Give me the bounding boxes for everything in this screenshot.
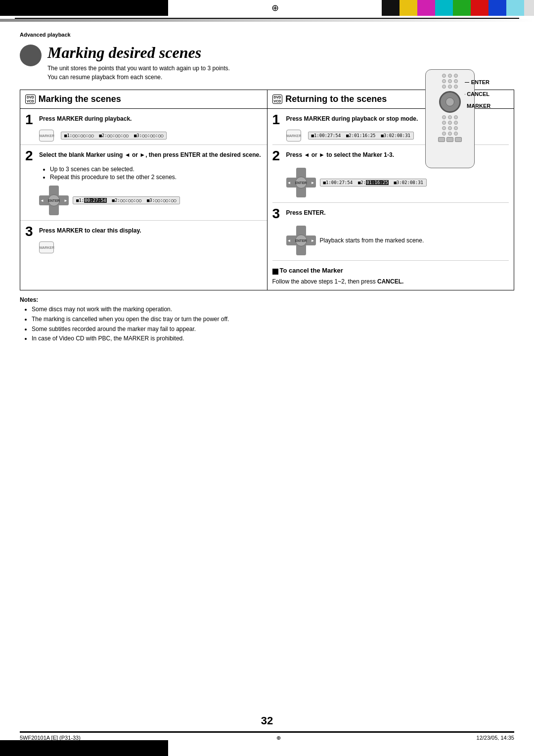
color-yellow — [400, 0, 417, 16]
color-cyan — [435, 0, 453, 16]
remote-dots-row6 — [442, 126, 458, 130]
dpad-ret-step3: ◄ ► ENTER — [286, 226, 316, 255]
ret-step1-number: 1 — [272, 113, 282, 127]
black-square-icon — [272, 269, 278, 275]
step1-number: 1 — [25, 113, 35, 127]
remote-labels: ENTER CANCEL MARKER — [465, 79, 490, 109]
dpad-center3: ENTER — [295, 235, 307, 246]
remote-dot — [448, 79, 452, 83]
marking-title: Marking the scenes — [39, 94, 121, 104]
dpad-center2: ENTER — [295, 177, 307, 189]
remote-label-cancel: CANCEL — [465, 91, 490, 97]
ret-step3-instruction: Press ENTER. — [286, 207, 326, 217]
main-content: Advanced playback Marking desired scenes… — [20, 23, 514, 349]
remote-btn-row — [438, 137, 462, 142]
step3-number-row: 3 Press MARKER to clear this display. — [25, 225, 262, 238]
bottom-bar — [0, 740, 534, 756]
step1-instruction: Press MARKER during playback. — [39, 113, 132, 123]
step3-number: 3 — [25, 225, 35, 238]
ret-step3-content: ◄ ► ENTER Playback starts from the marke… — [286, 224, 509, 257]
step2-bullets: Up to 3 scenes can be selected. Repeat t… — [44, 166, 262, 181]
dpad-left3: ◄ — [287, 238, 291, 243]
ret-step2-number: 2 — [272, 149, 282, 163]
ret-step3-number: 3 — [272, 207, 282, 221]
notes-list: Some discs may not work with the marking… — [25, 305, 514, 343]
page-number: 32 — [20, 714, 514, 727]
remote-dot — [454, 85, 458, 89]
remote-dot — [454, 115, 458, 119]
section-header: Advanced playback — [20, 32, 514, 38]
step2-content: Up to 3 scenes can be selected. Repeat t… — [39, 166, 262, 217]
dvd-vcd-badge-left: DVD VCD — [25, 94, 36, 104]
remote-dots-row4 — [442, 115, 458, 119]
color-green — [453, 0, 471, 16]
top-bar-white: ⊕ — [168, 0, 382, 16]
main-title: Marking desired scenes — [47, 44, 514, 62]
crosshair-top-icon: ⊕ — [271, 2, 279, 13]
remote-dot — [448, 126, 452, 130]
remote-dot — [454, 126, 458, 130]
notes-title: Notes: — [20, 296, 514, 303]
remote-btn-sm — [438, 137, 445, 142]
dpad-left-arrow: ◄ — [40, 198, 44, 203]
remote-enter-inner — [445, 97, 454, 106]
top-bar: ⊕ — [0, 0, 534, 16]
remote-dots-row3 — [442, 85, 458, 89]
marking-step2: 2 Select the blank Marker using ◄ or ►, … — [20, 145, 267, 221]
col-marking-header: DVD VCD Marking the scenes — [20, 90, 267, 109]
step1-display: ■1:○○:○○:○○ ■2:○○:○○:○○ ■3:○○:○○:○○ — [61, 132, 167, 140]
remote-dot — [454, 74, 458, 78]
step2-display: ■1:00:27:54 ■2:○○:○○:○○ ■3:○○:○○:○○ — [73, 196, 180, 204]
remote-dot — [442, 132, 446, 136]
marking-step1: 1 Press MARKER during playback. MARKER ■… — [20, 109, 267, 145]
top-bar-colors — [382, 0, 534, 16]
cancel-marker-header: To cancel the Marker — [272, 267, 509, 276]
remote-dot — [448, 85, 452, 89]
remote-label-enter: ENTER — [465, 79, 490, 85]
top-bar-black — [0, 0, 168, 16]
step2-instruction: Select the blank Marker using ◄ or ►, th… — [39, 149, 261, 159]
ret-step3-description: Playback starts from the marked scene. — [320, 237, 424, 244]
dvd-vcd-badge-right: DVD VCD — [272, 94, 283, 104]
ret-step2-inline: ◄ ► ENTER ■1:00:27:54 ■2:01:16:25 ■3:02:… — [286, 166, 509, 199]
bottom-section: 32 5WF20101A [E] (P31-33) ⊕ 12/23/05, 14… — [0, 714, 534, 741]
ret-step3-inline: ◄ ► ENTER Playback starts from the marke… — [286, 224, 509, 257]
cancel-bold: CANCEL. — [377, 278, 403, 285]
dpad-right2: ► — [311, 181, 315, 185]
marker-icon-ret1: MARKER — [286, 130, 301, 142]
title-icon — [20, 45, 42, 66]
ret-step1-display: ■1:00:27:54 ■2:01:16:25 ■3:02:08:31 — [308, 132, 414, 140]
color-blue — [489, 0, 506, 16]
cancel-label: CANCEL — [467, 91, 490, 97]
col-marking: DVD VCD Marking the scenes 1 Press MARKE… — [20, 90, 267, 290]
cancel-marker-section: To cancel the Marker Follow the above st… — [272, 267, 509, 285]
ret-step2-display: ■1:00:27:54 ■2:01:16:25 ■3:02:08:31 — [320, 179, 427, 187]
color-red — [471, 0, 489, 16]
remote-label-line — [465, 82, 469, 83]
remote-dot — [442, 126, 446, 130]
remote-btn-sm — [455, 137, 462, 142]
remote-enter-button — [439, 91, 461, 113]
ret-step1-instruction: Press MARKER during playback or stop mod… — [286, 113, 418, 123]
step3-instruction: Press MARKER to clear this display. — [39, 225, 141, 235]
dpad-right3: ► — [311, 238, 315, 243]
step2-inline: ◄ ► ENTER ■1:00:27:54 ■2:○○:○○:○○ ■3:○○:… — [39, 184, 262, 217]
dpad-right-arrow: ► — [64, 198, 68, 203]
remote-dots-row5 — [442, 121, 458, 125]
marker-label: MARKER — [467, 103, 490, 109]
returning-title: Returning to the scenes — [285, 94, 387, 104]
marker-icon-step1: MARKER — [39, 130, 54, 142]
step1-number-row: 1 Press MARKER during playback. — [25, 113, 262, 127]
dpad-left2: ◄ — [287, 181, 291, 185]
cancel-marker-text: Follow the above steps 1~2, then press C… — [272, 278, 509, 285]
bullet2: Repeat this procedure to set the other 2… — [50, 174, 262, 181]
remote-dots-row1 — [442, 74, 458, 78]
marker-icon-step3: MARKER — [39, 241, 54, 253]
remote-dot — [454, 121, 458, 125]
dpad-ret-step2: ◄ ► ENTER — [286, 168, 316, 197]
dpad-step2: ◄ ► ENTER — [39, 186, 69, 215]
remote-dot — [442, 74, 446, 78]
remote-label-marker: MARKER — [465, 103, 490, 109]
dpad-center: ENTER — [48, 194, 60, 206]
bullet1: Up to 3 scenes can be selected. — [50, 166, 262, 173]
